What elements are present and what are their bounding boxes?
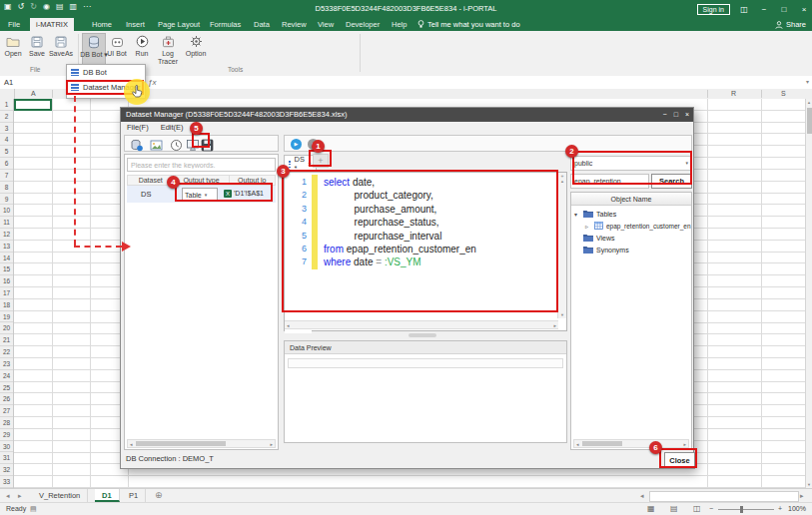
- zoom-level[interactable]: 100%: [788, 505, 806, 512]
- scroll-right-icon[interactable]: ▸: [553, 322, 556, 328]
- saveas-button[interactable]: SaveAs: [48, 33, 74, 67]
- tell-me-box[interactable]: Tell me what you want to do: [417, 18, 520, 31]
- scrollbar-thumb[interactable]: [136, 441, 226, 446]
- row-header[interactable]: 7: [0, 170, 13, 182]
- tree-item-synonyms[interactable]: Synonyms: [583, 246, 629, 254]
- minimize-button[interactable]: −: [758, 5, 770, 14]
- scroll-up-icon[interactable]: ▲: [806, 100, 812, 105]
- scroll-left-icon[interactable]: ◂: [287, 322, 290, 328]
- open-button[interactable]: Open: [2, 33, 24, 67]
- row-header[interactable]: 27: [0, 405, 13, 417]
- editor-hscrollbar[interactable]: ◂ ▸: [285, 320, 558, 329]
- tab-view[interactable]: View: [312, 18, 340, 31]
- tab-home[interactable]: Home: [86, 18, 118, 31]
- dialog-menu-file[interactable]: File(F): [127, 123, 149, 132]
- maximize-button[interactable]: □: [778, 5, 790, 14]
- row-header[interactable]: 14: [0, 253, 13, 264]
- dialog-menu-edit[interactable]: Edit(E): [161, 123, 184, 132]
- sheet-nav-right-icon[interactable]: ▸: [18, 489, 22, 502]
- select-all-corner[interactable]: [0, 89, 15, 99]
- tree-item-views[interactable]: Views: [583, 234, 615, 242]
- tree-collapsed-icon[interactable]: ▹: [585, 223, 591, 230]
- sheet-nav-left-icon[interactable]: ◂: [6, 489, 10, 502]
- row-header[interactable]: 11: [0, 217, 13, 229]
- row-header[interactable]: 16: [0, 275, 13, 287]
- sign-in-button[interactable]: Sign in: [697, 4, 730, 15]
- vertical-scrollbar[interactable]: ▲ ▼: [805, 99, 812, 488]
- scroll-down-icon[interactable]: ▼: [560, 312, 564, 317]
- row-header[interactable]: 12: [0, 229, 13, 241]
- scroll-left-icon[interactable]: ◂: [576, 441, 579, 447]
- ribbon-display-options-icon[interactable]: ◫: [738, 5, 750, 14]
- dialog-maximize-icon[interactable]: □: [674, 108, 678, 122]
- view-normal-icon[interactable]: ▦: [647, 504, 655, 513]
- row-header[interactable]: 18: [0, 299, 13, 311]
- menu-item-db-bot[interactable]: DB Bot: [67, 65, 145, 80]
- tab-file[interactable]: File: [2, 18, 26, 31]
- scrollbar-thumb[interactable]: [807, 108, 812, 134]
- col-header-s[interactable]: S: [781, 90, 786, 97]
- editor-vscrollbar[interactable]: + ▲ ▼: [557, 173, 566, 318]
- row-header[interactable]: 22: [0, 346, 13, 358]
- tree-expanded-icon[interactable]: ▾: [574, 211, 580, 218]
- dataset-panel-hscrollbar[interactable]: ◂ ▸: [127, 439, 276, 448]
- row-header[interactable]: 20: [0, 322, 13, 334]
- tabbar-scroll-left-icon[interactable]: ◂: [640, 489, 644, 502]
- tab-i-matrix[interactable]: i-MATRIX: [30, 18, 74, 31]
- row-header[interactable]: 1: [0, 99, 13, 111]
- splitter-grip[interactable]: [408, 333, 436, 337]
- log-tracer-button[interactable]: Log Tracer: [154, 33, 182, 67]
- scroll-right-icon[interactable]: ▸: [683, 441, 686, 447]
- share-button[interactable]: Share: [775, 18, 806, 31]
- row-header[interactable]: 23: [0, 358, 13, 370]
- formula-bar-expand-icon[interactable]: ▾: [806, 76, 809, 89]
- row-header[interactable]: 8: [0, 182, 13, 194]
- row-header[interactable]: 29: [0, 429, 13, 441]
- view-page-break-icon[interactable]: ◫: [693, 504, 701, 513]
- sheet-tab-v-retention[interactable]: V_Retention: [32, 489, 88, 502]
- object-name-header[interactable]: Object Name: [571, 193, 691, 206]
- row-header[interactable]: 32: [0, 464, 13, 476]
- scrollbar-thumb[interactable]: [582, 441, 622, 446]
- tree-item-epap-retention-customer-en[interactable]: ▹ epap_retention_customer_en: [585, 222, 691, 230]
- row-header[interactable]: 15: [0, 263, 13, 275]
- tab-insert[interactable]: Insert: [120, 18, 151, 31]
- scroll-up-icon[interactable]: ▲: [558, 179, 566, 184]
- view-page-layout-icon[interactable]: ▤: [670, 504, 678, 513]
- row-header[interactable]: 4: [0, 134, 13, 146]
- row-header[interactable]: 17: [0, 287, 13, 299]
- zoom-slider-thumb[interactable]: [740, 506, 743, 513]
- keyword-search-input[interactable]: [127, 158, 276, 172]
- row-header[interactable]: 30: [0, 441, 13, 453]
- tree-item-tables[interactable]: ▾ Tables: [574, 210, 616, 218]
- tree-panel-hscrollbar[interactable]: ◂ ▸: [573, 439, 689, 448]
- row-header[interactable]: 3: [0, 123, 13, 135]
- dialog-title-bar[interactable]: Dataset Manager (D5338F0E5D3244F482003D3…: [121, 108, 693, 122]
- dialog-minimize-icon[interactable]: −: [663, 108, 667, 122]
- run-button[interactable]: Run: [131, 33, 153, 67]
- row-header[interactable]: 9: [0, 194, 13, 206]
- save-button[interactable]: Save: [26, 33, 48, 67]
- tab-data[interactable]: Data: [248, 18, 276, 31]
- tab-help[interactable]: Help: [386, 18, 412, 31]
- row-header[interactable]: 31: [0, 452, 13, 464]
- row-header[interactable]: 26: [0, 393, 13, 405]
- col-header-r[interactable]: R: [731, 90, 736, 97]
- row-headers[interactable]: 1234567891011121314151617181920212223242…: [0, 99, 14, 488]
- tab-developer[interactable]: Developer: [340, 18, 386, 31]
- tab-review[interactable]: Review: [276, 18, 313, 31]
- row-header[interactable]: 6: [0, 158, 13, 170]
- option-button[interactable]: Option: [184, 33, 208, 67]
- row-header[interactable]: 33: [0, 476, 13, 488]
- scroll-down-icon[interactable]: ▼: [806, 482, 812, 487]
- row-header[interactable]: 5: [0, 146, 13, 158]
- close-button[interactable]: ×: [798, 5, 810, 14]
- add-sheet-icon[interactable]: ⊕: [155, 489, 163, 502]
- row-header[interactable]: 13: [0, 241, 13, 253]
- row-header[interactable]: 28: [0, 417, 13, 429]
- tab-page-layout[interactable]: Page Layout: [152, 18, 206, 31]
- accessibility-icon[interactable]: ▤: [30, 505, 37, 513]
- tabbar-scroll-right-icon[interactable]: ▸: [800, 489, 804, 502]
- row-header[interactable]: 24: [0, 370, 13, 382]
- tab-formulas[interactable]: Formulas: [204, 18, 247, 31]
